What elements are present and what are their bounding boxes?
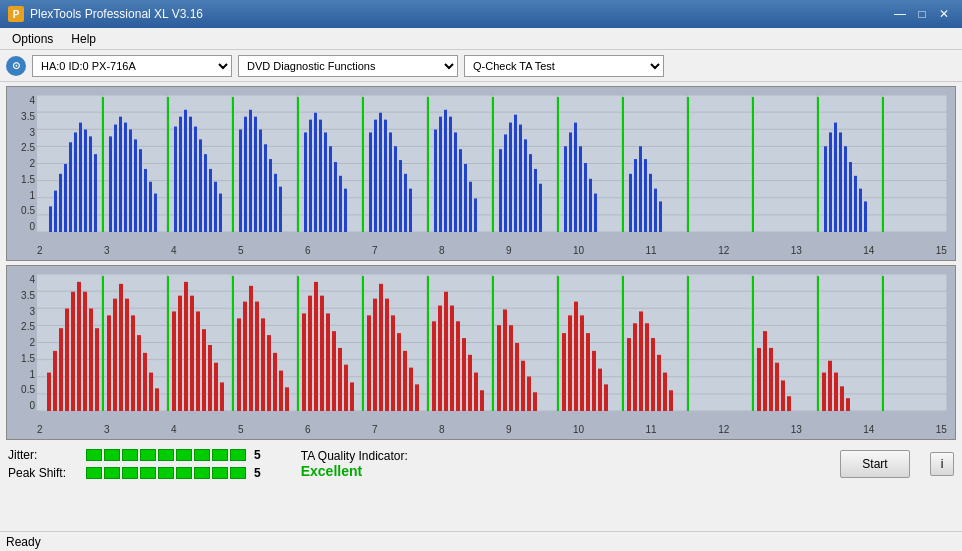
- svg-rect-26: [64, 164, 67, 232]
- maximize-button[interactable]: □: [912, 5, 932, 23]
- jitter-row: Jitter: 5: [8, 448, 261, 462]
- peakshift-seg-7: [194, 467, 210, 479]
- metrics-panel: Jitter: 5 Peak Shift:: [8, 448, 261, 480]
- close-button[interactable]: ✕: [934, 5, 954, 23]
- svg-rect-247: [645, 323, 649, 411]
- svg-rect-264: [840, 386, 844, 411]
- test-select[interactable]: Q-Check TA Test: [464, 55, 664, 77]
- svg-rect-111: [589, 179, 592, 232]
- svg-rect-189: [249, 286, 253, 411]
- svg-rect-109: [579, 146, 582, 232]
- jitter-meter: [86, 449, 246, 461]
- peakshift-meter: [86, 467, 246, 479]
- status-bar: Ready: [0, 531, 962, 551]
- svg-rect-63: [274, 174, 277, 232]
- svg-rect-133: [882, 97, 884, 232]
- svg-rect-233: [533, 392, 537, 411]
- svg-rect-171: [131, 315, 135, 411]
- function-select[interactable]: DVD Diagnostic Functions: [238, 55, 458, 77]
- svg-rect-176: [167, 276, 169, 411]
- svg-rect-244: [627, 338, 631, 411]
- svg-rect-257: [775, 363, 779, 411]
- jitter-seg-2: [104, 449, 120, 461]
- svg-rect-97: [504, 134, 507, 232]
- svg-rect-207: [367, 315, 371, 411]
- svg-rect-225: [480, 390, 484, 411]
- svg-rect-252: [687, 276, 689, 411]
- svg-rect-251: [669, 390, 673, 411]
- svg-rect-82: [399, 160, 402, 232]
- svg-rect-78: [379, 113, 382, 232]
- jitter-seg-8: [212, 449, 228, 461]
- svg-rect-65: [297, 97, 299, 232]
- svg-rect-67: [309, 120, 312, 232]
- svg-rect-86: [434, 129, 437, 232]
- jitter-value: 5: [254, 448, 261, 462]
- device-select[interactable]: HA:0 ID:0 PX-716A: [32, 55, 232, 77]
- svg-rect-167: [107, 315, 111, 411]
- menu-options[interactable]: Options: [4, 30, 61, 48]
- top-chart-container: 4 3.5 3 2.5 2 1.5 1 0.5 0: [6, 86, 956, 261]
- jitter-seg-3: [122, 449, 138, 461]
- peakshift-seg-5: [158, 467, 174, 479]
- svg-rect-258: [781, 380, 785, 411]
- svg-rect-188: [243, 302, 247, 411]
- svg-rect-91: [459, 149, 462, 232]
- peakshift-seg-3: [122, 467, 138, 479]
- svg-rect-40: [139, 149, 142, 232]
- svg-rect-129: [849, 162, 852, 232]
- svg-rect-81: [394, 146, 397, 232]
- svg-rect-122: [752, 97, 754, 232]
- svg-rect-206: [362, 276, 364, 411]
- svg-rect-246: [639, 311, 643, 411]
- svg-rect-105: [557, 97, 559, 232]
- bottom-chart-area: [37, 274, 947, 411]
- jitter-seg-7: [194, 449, 210, 461]
- ta-quality-panel: TA Quality Indicator: Excellent: [301, 449, 408, 479]
- svg-rect-132: [864, 201, 867, 232]
- svg-rect-231: [521, 361, 525, 411]
- svg-rect-62: [269, 159, 272, 232]
- svg-rect-103: [534, 169, 537, 232]
- svg-rect-47: [184, 110, 187, 232]
- svg-rect-68: [314, 113, 317, 232]
- svg-rect-198: [308, 296, 312, 411]
- ta-quality-value: Excellent: [301, 463, 362, 479]
- svg-rect-166: [102, 276, 104, 411]
- svg-rect-172: [137, 335, 141, 411]
- start-button[interactable]: Start: [840, 450, 910, 478]
- svg-rect-64: [279, 187, 282, 232]
- svg-rect-245: [633, 323, 637, 411]
- svg-rect-45: [174, 127, 177, 232]
- svg-rect-74: [344, 189, 347, 232]
- svg-rect-160: [65, 308, 69, 411]
- svg-rect-59: [254, 117, 257, 232]
- menu-help[interactable]: Help: [63, 30, 104, 48]
- svg-rect-178: [178, 296, 182, 411]
- peakshift-value: 5: [254, 466, 261, 480]
- top-chart-area: [37, 95, 947, 232]
- jitter-label: Jitter:: [8, 448, 78, 462]
- info-button[interactable]: i: [930, 452, 954, 476]
- svg-rect-99: [514, 115, 517, 232]
- svg-rect-125: [829, 132, 832, 232]
- svg-rect-66: [304, 132, 307, 232]
- ta-quality-label: TA Quality Indicator:: [301, 449, 408, 463]
- svg-rect-196: [297, 276, 299, 411]
- svg-rect-94: [474, 198, 477, 232]
- svg-rect-241: [598, 369, 602, 411]
- svg-rect-237: [574, 302, 578, 411]
- svg-rect-69: [319, 120, 322, 232]
- svg-rect-70: [324, 132, 327, 232]
- svg-rect-254: [757, 348, 761, 411]
- svg-rect-186: [232, 276, 234, 411]
- svg-rect-158: [53, 351, 57, 411]
- svg-rect-168: [113, 299, 117, 411]
- svg-rect-224: [474, 373, 478, 411]
- svg-rect-101: [524, 139, 527, 232]
- jitter-seg-1: [86, 449, 102, 461]
- svg-rect-93: [469, 182, 472, 232]
- minimize-button[interactable]: —: [890, 5, 910, 23]
- svg-rect-164: [89, 308, 93, 411]
- svg-rect-204: [344, 365, 348, 411]
